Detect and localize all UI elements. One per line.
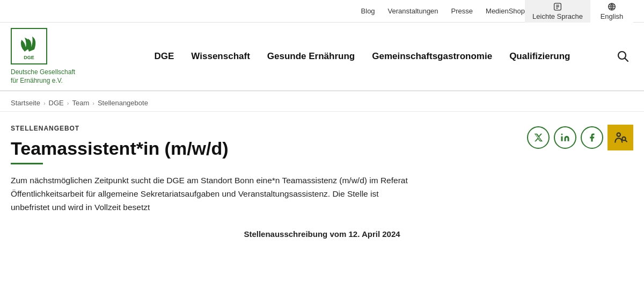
- top-links: Blog Veranstaltungen Presse MedienShop: [361, 7, 525, 15]
- breadcrumb-bar: Startseite › DGE › Team › Stellenangebot…: [0, 91, 644, 112]
- nav-wissenschaft[interactable]: Wissenschaft: [191, 51, 250, 62]
- date-line: Stellenausschreibung vom 12. April 2024: [11, 229, 633, 239]
- intro-text: Zum nächstmöglichen Zeitpunkt sucht die …: [11, 174, 419, 214]
- nav-dge[interactable]: DGE: [155, 51, 174, 62]
- english-button[interactable]: English: [590, 0, 633, 23]
- facebook-icon: [587, 133, 597, 142]
- search-icon: [616, 49, 629, 62]
- presse-link[interactable]: Presse: [451, 7, 473, 15]
- nav-qualifizierung[interactable]: Qualifizierung: [509, 51, 570, 62]
- globe-icon: [606, 2, 617, 11]
- breadcrumb-dge[interactable]: DGE: [49, 99, 64, 107]
- svg-line-9: [626, 141, 627, 142]
- dge-logo: DGE: [14, 31, 44, 61]
- main-header: DGE Deutsche Gesellschaft für Ernährung …: [0, 23, 644, 91]
- logo-area: DGE Deutsche Gesellschaft für Ernährung …: [11, 28, 102, 85]
- language-buttons: Leichte Sprache English: [525, 0, 633, 23]
- search-button[interactable]: [612, 47, 633, 66]
- svg-text:DGE: DGE: [24, 55, 34, 60]
- svg-point-8: [622, 137, 626, 140]
- people-search-icon: [613, 131, 627, 145]
- facebook-link[interactable]: [581, 126, 603, 149]
- nav-gemeinschaftsgastronomie[interactable]: Gemeinschaftsgastronomie: [372, 51, 492, 62]
- breadcrumb: Startseite › DGE › Team › Stellenangebot…: [11, 99, 633, 107]
- linkedin-link[interactable]: [554, 126, 576, 149]
- leichte-sprache-button[interactable]: Leichte Sprache: [525, 0, 590, 23]
- social-icons: [527, 125, 633, 150]
- twitter-x-link[interactable]: [527, 126, 550, 149]
- title-underline: [11, 163, 43, 164]
- svg-point-6: [561, 134, 563, 135]
- main-navigation: DGE Wissenschaft Gesunde Ernährung Gemei…: [118, 51, 606, 62]
- veranstaltungen-link[interactable]: Veranstaltungen: [388, 7, 438, 15]
- accessibility-icon: [552, 2, 564, 11]
- breadcrumb-current: Stellenangebote: [98, 99, 148, 107]
- breadcrumb-sep-2: ›: [67, 100, 69, 106]
- blog-link[interactable]: Blog: [361, 7, 375, 15]
- breadcrumb-team[interactable]: Team: [72, 99, 89, 107]
- breadcrumb-sep-3: ›: [92, 100, 94, 106]
- top-utility-bar: Blog Veranstaltungen Presse MedienShop L…: [0, 0, 644, 23]
- logo-box: DGE: [11, 28, 47, 64]
- org-name: Deutsche Gesellschaft für Ernährung e.V.: [11, 68, 75, 85]
- nav-gesunde-ernaehrung[interactable]: Gesunde Ernährung: [267, 51, 355, 62]
- search-people-button[interactable]: [608, 125, 633, 150]
- page-content: STELLENANGEBOT Teamassistent*in (m/w/d) …: [0, 112, 644, 251]
- linkedin-icon: [560, 133, 570, 142]
- medienshop-link[interactable]: MedienShop: [486, 7, 525, 15]
- x-icon: [533, 133, 543, 142]
- svg-line-5: [625, 58, 628, 61]
- svg-point-7: [617, 133, 621, 137]
- breadcrumb-home[interactable]: Startseite: [11, 99, 40, 107]
- breadcrumb-sep-1: ›: [43, 100, 46, 106]
